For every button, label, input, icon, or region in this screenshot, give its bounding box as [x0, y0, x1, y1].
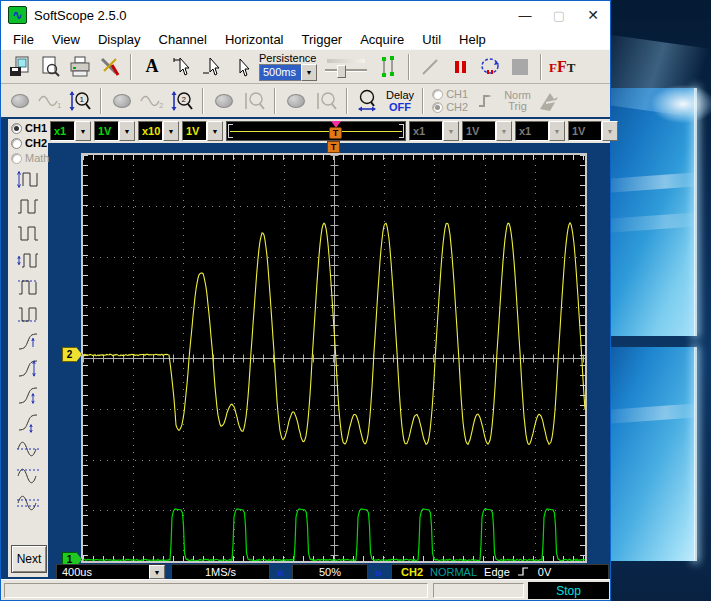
radio-circle[interactable] — [11, 138, 22, 149]
measure-negative-width-button[interactable] — [12, 221, 44, 245]
ch1-probe-combo[interactable]: x1▼ — [50, 121, 91, 141]
trigger-status-display: CH2 NORMAL Edge 0V — [391, 564, 609, 580]
menu-item-file[interactable]: File — [1, 32, 43, 47]
svg-text:2: 2 — [159, 101, 164, 110]
trigger-source: CH2 — [401, 566, 423, 578]
channel-radio-label: CH2 — [25, 137, 47, 149]
vertical-zoom2-icon[interactable]: 2 — [169, 88, 195, 114]
scope-display[interactable] — [83, 155, 585, 561]
print-icon[interactable] — [67, 54, 93, 80]
channel-radio-label: CH1 — [25, 122, 47, 134]
scroll-left-button[interactable]: « — [272, 564, 289, 580]
ch1-volts-combo[interactable]: 1V▼ — [94, 121, 135, 141]
run-cycle-icon[interactable] — [477, 54, 503, 80]
edge-slope-icon — [473, 88, 499, 114]
measure-pulse-amplitude-button[interactable] — [12, 167, 44, 191]
ch1-volts-value[interactable]: 1V — [94, 121, 119, 141]
print-preview-icon[interactable] — [37, 54, 63, 80]
trigger-type: Edge — [484, 566, 510, 578]
softscope-window: ∿ SoftScope 2.5.0 — ▢ ✕ FileViewDisplayC… — [0, 0, 611, 601]
ch2-probe-value[interactable]: x10 — [138, 121, 163, 141]
tools-icon[interactable] — [97, 54, 123, 80]
menu-item-channel[interactable]: Channel — [150, 32, 216, 47]
horizontal-zoom-icon[interactable] — [355, 88, 381, 114]
measure-edge-amplitude-button[interactable] — [12, 356, 44, 380]
export-icon[interactable] — [7, 54, 33, 80]
aux1-probe-value: x1 — [409, 121, 443, 141]
ch2-volts-combo[interactable]: 1V▼ — [182, 121, 223, 141]
scroll-right-button[interactable]: » — [370, 564, 387, 580]
fft-icon[interactable]: FFT — [549, 54, 575, 80]
ch2-volts-dropdown-arrow[interactable]: ▼ — [207, 121, 223, 141]
persistence-dropdown-arrow[interactable]: ▼ — [301, 64, 317, 81]
vertical-zoom1-icon[interactable]: 1 — [67, 88, 93, 114]
ch1-probe-dropdown-arrow[interactable]: ▼ — [75, 121, 91, 141]
line-style-icon[interactable] — [417, 54, 443, 80]
pause-icon[interactable] — [447, 54, 473, 80]
cursor-track-icon[interactable] — [169, 54, 195, 80]
stop-icon[interactable] — [507, 54, 533, 80]
measure-ac-peak-button[interactable] — [12, 464, 44, 488]
measure-rise-time-button[interactable] — [12, 329, 44, 353]
cursor-free-icon[interactable] — [229, 54, 255, 80]
timebase-combo[interactable]: 400us ▼ — [56, 564, 166, 580]
timebase-value[interactable]: 400us — [57, 566, 149, 578]
cursor-pair-icon[interactable] — [375, 54, 401, 80]
channel-radio-math: Math — [11, 152, 48, 164]
waveform2-icon[interactable]: 2 — [139, 88, 165, 114]
delay-value[interactable]: OFF — [386, 101, 414, 113]
measure-ac-rms-button[interactable] — [12, 491, 44, 515]
menu-item-display[interactable]: Display — [89, 32, 150, 47]
logo-glow — [640, 78, 711, 130]
windows-logo-lower-pane — [598, 347, 695, 561]
measure-edge-base-button[interactable] — [12, 410, 44, 434]
waveform1-icon[interactable]: 1 — [37, 88, 63, 114]
ch1-volts-dropdown-arrow[interactable]: ▼ — [119, 121, 135, 141]
next-page-button[interactable]: Next — [11, 545, 47, 573]
persistence-slider[interactable] — [323, 57, 369, 77]
measure-ac-mid-button[interactable] — [12, 437, 44, 461]
persistence-value[interactable]: 500ms — [259, 64, 301, 81]
menu-item-util[interactable]: Util — [413, 32, 450, 47]
persistence-slider-thumb[interactable] — [337, 65, 346, 78]
app-icon: ∿ — [8, 6, 27, 24]
base-level-icon — [16, 303, 40, 326]
trigger-mode: NORMAL — [430, 566, 477, 578]
menu-item-trigger[interactable]: Trigger — [293, 32, 352, 47]
trigger-level: 0V — [538, 566, 551, 578]
ch1-probe-value[interactable]: x1 — [50, 121, 75, 141]
horizontal-trigger-slider[interactable]: T — [226, 121, 406, 141]
menu-item-help[interactable]: Help — [450, 32, 495, 47]
ch2-ground-marker[interactable]: 2 — [62, 347, 82, 362]
close-button[interactable]: ✕ — [576, 1, 610, 29]
measure-top-level-button[interactable] — [12, 275, 44, 299]
aux2-volts-combo: 1V▼ — [568, 121, 618, 141]
scope-graticule-frame — [81, 153, 587, 563]
aux2-probe-combo: x1▼ — [515, 121, 565, 141]
ch2-probe-combo[interactable]: x10▼ — [138, 121, 179, 141]
channel-radio-ch2[interactable]: CH2 — [11, 137, 48, 149]
menu-item-acquire[interactable]: Acquire — [351, 32, 413, 47]
text-label-icon[interactable]: A — [139, 54, 165, 80]
persistence-combo[interactable]: 500ms ▼ — [259, 64, 317, 81]
trigger-position-marker[interactable]: T — [327, 141, 340, 153]
measure-base-level-button[interactable] — [12, 302, 44, 326]
minimize-button[interactable]: — — [508, 1, 542, 29]
measure-pulse-overshoot-button[interactable] — [12, 248, 44, 272]
radio-circle[interactable] — [11, 123, 22, 134]
channel-radio-label: Math — [25, 152, 49, 164]
ch2-probe-dropdown-arrow[interactable]: ▼ — [163, 121, 179, 141]
slider-trigger-handle[interactable]: T — [329, 127, 342, 139]
trigger-pointer-icon — [536, 88, 562, 114]
measure-edge-mid-level-button[interactable] — [12, 383, 44, 407]
slider-left-bracket — [228, 124, 233, 138]
norm-trig-label-line2: Trig — [504, 101, 531, 112]
menu-item-horizontal[interactable]: Horizontal — [216, 32, 293, 47]
cursor-hline-icon[interactable] — [199, 54, 225, 80]
channel-radio-ch1[interactable]: CH1 — [11, 122, 48, 134]
menu-item-view[interactable]: View — [43, 32, 89, 47]
ch2-volts-value[interactable]: 1V — [182, 121, 207, 141]
measure-positive-width-button[interactable] — [12, 194, 44, 218]
timebase-dropdown-arrow[interactable]: ▼ — [149, 565, 165, 579]
rising-edge-icon — [517, 565, 531, 580]
